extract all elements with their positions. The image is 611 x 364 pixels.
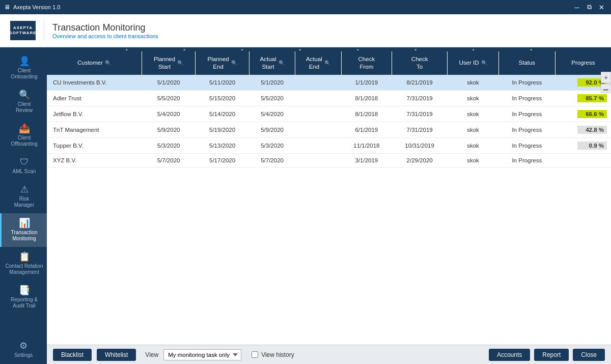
cell-user_id: skok <box>448 90 499 106</box>
cell-planned_start: 5/7/2020 <box>142 153 196 167</box>
cell-planned_end: 5/19/2020 <box>196 122 249 137</box>
app-title: Axepta Version 1.0 <box>13 4 60 10</box>
blacklist-button[interactable]: Blacklist <box>53 349 92 361</box>
minimize-button[interactable]: ─ <box>571 2 582 13</box>
sidebar-item-label-client-review: Client Review <box>16 101 33 114</box>
table-wrapper: Customer🔍Planned Start🔍Planned End🔍Actua… <box>47 51 611 345</box>
sidebar: 👤Client Onboarding🔍Client Review📤Client … <box>0 47 47 364</box>
app-icon: 🖥 <box>4 4 10 11</box>
logo-box: AXEPTA SOFTWARE <box>10 21 36 40</box>
cell-planned_start: 5/1/2020 <box>142 75 196 91</box>
search-icon-user_id[interactable]: 🔍 <box>481 60 487 66</box>
client-onboarding-icon: 👤 <box>19 57 30 66</box>
view-history-checkbox[interactable] <box>252 351 258 358</box>
table-row[interactable]: Tupper B.V.5/3/20205/13/20205/3/202011/1… <box>47 137 611 153</box>
sidebar-item-label-client-onboarding: Client Onboarding <box>11 68 37 80</box>
cell-actual_end <box>295 75 341 91</box>
cell-planned_end: 5/11/2020 <box>196 75 249 91</box>
progress-value: 66.6 % <box>577 110 607 118</box>
column-label-progress: Progress <box>571 59 595 67</box>
sidebar-item-label-aml-scan: AML Scan <box>13 169 36 175</box>
table-row[interactable]: TnT Management5/9/20205/19/20205/9/20206… <box>47 122 611 137</box>
progress-value: 85.7 % <box>577 94 607 102</box>
cell-check_from: 8/1/2018 <box>341 90 392 106</box>
cell-status: In Progress <box>498 90 555 106</box>
cell-actual_start: 5/7/2020 <box>249 153 295 167</box>
sidebar-item-label-transaction-monitoring: Transaction Monitoring <box>11 230 38 242</box>
sidebar-item-transaction-monitoring[interactable]: 📊Transaction Monitoring <box>0 213 47 247</box>
cell-actual_end <box>295 106 341 122</box>
search-icon-actual_start[interactable]: 🔍 <box>279 60 285 66</box>
sidebar-item-reporting[interactable]: 📑Reporting & Audit Trail <box>0 281 47 314</box>
cell-check_to: 7/31/2019 <box>392 106 448 122</box>
search-icon-customer[interactable]: 🔍 <box>105 60 111 66</box>
table-row[interactable]: Jetflow B.V.5/4/20205/14/20205/4/20208/1… <box>47 106 611 122</box>
sidebar-item-client-review[interactable]: 🔍Client Review <box>0 85 47 119</box>
column-header-check_from: Check From <box>341 51 392 75</box>
column-header-check_to: Check To <box>392 51 448 75</box>
transaction-table: Customer🔍Planned Start🔍Planned End🔍Actua… <box>47 51 611 167</box>
cell-status: In Progress <box>498 75 555 91</box>
cell-planned_end: 5/17/2020 <box>196 153 249 167</box>
cell-user_id: skok <box>448 122 499 137</box>
page-title: Transaction Monitoring <box>52 22 158 33</box>
table-row[interactable]: XYZ B.V.5/7/20205/17/20205/7/20203/1/201… <box>47 153 611 167</box>
cell-progress: 66.6 % <box>555 106 611 122</box>
close-button[interactable]: Close <box>573 349 605 361</box>
cell-status: In Progress <box>498 106 555 122</box>
side-buttons-area: + ▬ <box>601 51 611 93</box>
sidebar-item-settings[interactable]: ⚙ Settings <box>0 335 47 364</box>
column-resize-dots-row: ● ● ● ● ● ● ● ● <box>47 47 611 51</box>
cell-actual_end <box>295 137 341 153</box>
table-container[interactable]: Customer🔍Planned Start🔍Planned End🔍Actua… <box>47 51 611 345</box>
search-icon-planned_start[interactable]: 🔍 <box>177 60 183 66</box>
cell-progress: 0.9 % <box>555 137 611 153</box>
whitelist-button[interactable]: Whitelist <box>97 349 136 361</box>
progress-value: 42.8 % <box>577 126 607 134</box>
logo-text: AXEPTA SOFTWARE <box>9 25 36 36</box>
column-label-customer: Customer <box>77 59 103 67</box>
view-history-label[interactable]: View history <box>261 351 294 358</box>
table-row[interactable]: Adler Trust5/5/20205/15/20205/5/20208/1/… <box>47 90 611 106</box>
maximize-button[interactable]: ⧉ <box>584 2 595 13</box>
transaction-monitoring-icon: 📊 <box>19 218 30 228</box>
risk-manager-icon: ⚠ <box>20 185 29 194</box>
logo-area: AXEPTA SOFTWARE <box>10 21 36 40</box>
sidebar-item-aml-scan[interactable]: 🛡AML Scan <box>0 152 47 180</box>
cell-planned_start: 5/9/2020 <box>142 122 196 137</box>
bottom-bar: Blacklist Whitelist View My monitoring t… <box>47 345 611 364</box>
report-button[interactable]: Report <box>534 349 569 361</box>
sidebar-item-client-offboarding[interactable]: 📤Client Offboarding <box>0 119 47 152</box>
cell-actual_end <box>295 122 341 137</box>
reporting-icon: 📑 <box>19 286 30 295</box>
cell-check_to: 8/21/2019 <box>392 75 448 91</box>
accounts-button[interactable]: Accounts <box>489 349 530 361</box>
search-icon-planned_end[interactable]: 🔍 <box>231 60 237 66</box>
column-label-planned_end: Planned End <box>207 55 229 71</box>
content-area: ● ● ● ● ● ● ● ● Customer🔍Planned Start🔍P… <box>47 47 611 364</box>
search-icon-actual_end[interactable]: 🔍 <box>324 60 330 66</box>
column-label-user_id: User ID <box>459 59 479 67</box>
column-header-status: Status <box>498 51 555 75</box>
close-window-button[interactable]: ✕ <box>596 2 607 13</box>
table-row[interactable]: CU Investments B.V.5/1/20205/11/20205/1/… <box>47 75 611 91</box>
cell-check_from: 11/1/2018 <box>341 137 392 153</box>
column-header-customer: Customer🔍 <box>47 51 142 75</box>
remove-column-button[interactable]: ▬ <box>601 84 611 93</box>
cell-status: In Progress <box>498 122 555 137</box>
add-column-button[interactable]: + <box>601 72 611 83</box>
cell-planned_end: 5/15/2020 <box>196 90 249 106</box>
settings-icon: ⚙ <box>19 341 27 350</box>
cell-actual_start: 5/9/2020 <box>249 122 295 137</box>
sidebar-item-contact-relation[interactable]: 📋Contact Relation Management <box>0 247 47 281</box>
contact-relation-icon: 📋 <box>19 252 30 261</box>
cell-check_from: 6/1/2019 <box>341 122 392 137</box>
cell-check_to: 2/29/2020 <box>392 153 448 167</box>
cell-actual_start: 5/3/2020 <box>249 137 295 153</box>
sidebar-item-risk-manager[interactable]: ⚠Risk Manager <box>0 180 47 213</box>
sidebar-item-client-onboarding[interactable]: 👤Client Onboarding <box>0 51 47 85</box>
cell-check_from: 8/1/2018 <box>341 106 392 122</box>
cell-actual_end <box>295 153 341 167</box>
view-select[interactable]: My monitoring task onlyAll monitoring ta… <box>163 349 241 360</box>
aml-scan-icon: 🛡 <box>20 157 29 166</box>
